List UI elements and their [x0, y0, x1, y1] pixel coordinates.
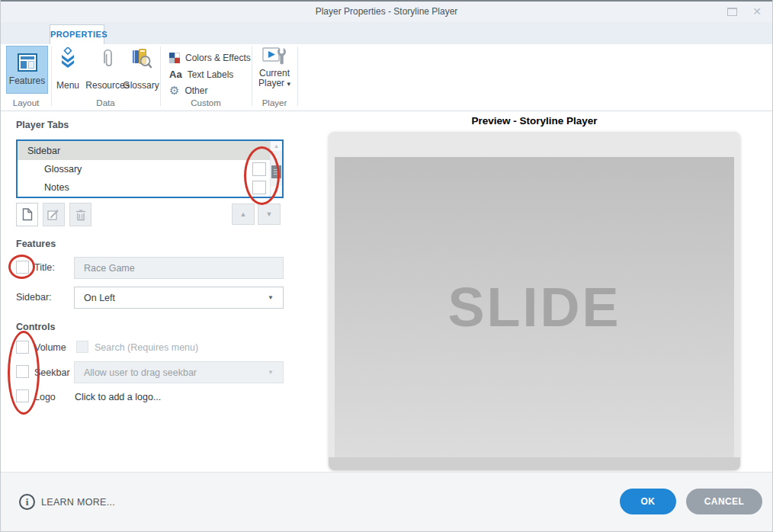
- seekbar-checkbox[interactable]: [16, 365, 29, 378]
- arrow-down-icon: ▼: [266, 210, 273, 218]
- chevron-down-icon: ▼: [268, 369, 274, 376]
- ribbon-tab-row: PROPERTIES: [1, 22, 772, 44]
- add-logo-link[interactable]: Click to add a logo...: [75, 392, 161, 402]
- preview-heading: Preview - Storyline Player: [329, 115, 740, 127]
- group-label-player: Player: [252, 98, 297, 107]
- preview-player-frame: SLIDE: [329, 132, 740, 470]
- player-tabs-heading: Player Tabs: [16, 120, 69, 130]
- titlebar: Player Properties - Storyline Player ✕: [1, 2, 772, 22]
- other-button[interactable]: ⚙ Other: [169, 83, 207, 98]
- row-label: Sidebar: [27, 146, 60, 156]
- delete-tab-button: [69, 203, 91, 226]
- info-icon: i: [19, 494, 35, 510]
- player-tab-row-sidebar[interactable]: Sidebar: [18, 141, 282, 160]
- logo-label: Logo: [34, 392, 56, 402]
- sidebar-dropdown[interactable]: On Left ▼: [74, 287, 284, 309]
- text-labels-icon: Aa: [169, 69, 182, 80]
- text-labels-button[interactable]: Aa Text Labels: [169, 67, 233, 82]
- other-label: Other: [184, 85, 207, 96]
- glossary-books-icon: [131, 47, 152, 69]
- restore-icon[interactable]: [727, 8, 737, 16]
- ribbon: Features Layout Menu Resources: [1, 44, 772, 111]
- scroll-up-icon[interactable]: ▲: [271, 141, 282, 151]
- ok-button[interactable]: OK: [620, 489, 676, 514]
- move-down-button: ▼: [258, 204, 281, 225]
- group-label-custom: Custom: [160, 98, 252, 107]
- search-label: Search (Requires menu): [95, 342, 198, 353]
- text-labels-label: Text Labels: [188, 69, 234, 80]
- title-checkbox[interactable]: [16, 261, 29, 274]
- gear-icon: ⚙: [169, 85, 179, 97]
- trash-icon: [75, 209, 86, 221]
- list-scrollbar[interactable]: ▲ ▼: [270, 141, 282, 197]
- colors-effects-label: Colors & Effects: [185, 53, 251, 63]
- arrow-up-icon: ▲: [240, 210, 247, 218]
- cancel-button[interactable]: CANCEL: [686, 489, 762, 514]
- tab-properties[interactable]: PROPERTIES: [50, 24, 104, 44]
- group-divider: [252, 46, 252, 106]
- seekbar-label: Seekbar: [34, 367, 70, 378]
- current-player-label: Current Player ▾: [254, 69, 295, 89]
- preview-player-bottom-bar: [329, 457, 740, 470]
- footer-bar: i LEARN MORE... OK CANCEL: [1, 472, 772, 531]
- paperclip-icon: [101, 47, 114, 69]
- group-divider: [297, 46, 298, 106]
- learn-more-link[interactable]: LEARN MORE...: [41, 497, 115, 508]
- features-button-label: Features: [9, 75, 45, 86]
- menu-icon: [59, 47, 76, 69]
- new-document-icon: [22, 208, 33, 221]
- move-up-button: ▲: [232, 204, 255, 225]
- features-heading: Features: [16, 239, 56, 249]
- menu-button-label: Menu: [56, 80, 79, 91]
- chevron-down-icon: ▼: [268, 294, 274, 301]
- logo-checkbox[interactable]: [16, 389, 29, 402]
- close-icon[interactable]: ✕: [752, 5, 762, 18]
- sidebar-label: Sidebar:: [16, 292, 52, 303]
- new-tab-button[interactable]: [16, 203, 38, 226]
- player-tab-row-glossary[interactable]: Glossary: [18, 160, 282, 178]
- preview-slide: SLIDE: [335, 157, 734, 457]
- group-divider: [51, 46, 52, 106]
- volume-checkbox[interactable]: [16, 341, 29, 354]
- glossary-button-label: Glossary: [123, 80, 159, 91]
- seekbar-dropdown-value: Allow user to drag seekbar: [84, 367, 197, 378]
- current-player-icon: [262, 46, 287, 67]
- scroll-thumb[interactable]: [271, 165, 281, 178]
- group-label-layout: Layout: [1, 98, 51, 107]
- player-properties-dialog: Player Properties - Storyline Player ✕ P…: [0, 0, 773, 532]
- scroll-down-icon[interactable]: ▼: [271, 186, 282, 196]
- sidebar-dropdown-value: On Left: [84, 293, 115, 303]
- edit-icon: [47, 209, 60, 221]
- features-button[interactable]: Features: [6, 46, 48, 94]
- current-player-button[interactable]: Current Player ▾: [254, 46, 295, 96]
- row-label: Glossary: [44, 164, 82, 175]
- search-checkbox: [76, 341, 88, 353]
- row-label: Notes: [44, 182, 69, 193]
- glossary-checkbox[interactable]: [252, 162, 266, 176]
- menu-button[interactable]: Menu: [53, 46, 83, 91]
- group-label-data: Data: [51, 98, 160, 107]
- title-label: Title:: [34, 262, 55, 273]
- notes-checkbox[interactable]: [252, 181, 266, 194]
- glossary-button[interactable]: Glossary: [120, 46, 162, 91]
- current-player-text: Current Player: [258, 68, 290, 88]
- colors-effects-button[interactable]: Colors & Effects: [169, 50, 251, 66]
- controls-heading: Controls: [16, 322, 55, 332]
- window-top-edge: [1, 0, 772, 2]
- seekbar-dropdown: Allow user to drag seekbar ▼: [74, 361, 284, 383]
- window-title: Player Properties - Storyline Player: [1, 2, 772, 22]
- colors-effects-icon: [169, 53, 180, 63]
- player-tabs-list: Sidebar Glossary Notes ▲ ▼: [16, 139, 284, 198]
- player-tab-row-notes[interactable]: Notes: [18, 178, 282, 197]
- slide-placeholder-text: SLIDE: [447, 276, 621, 338]
- chevron-down-icon: ▾: [287, 80, 290, 88]
- main-panel: Player Tabs Sidebar Glossary Notes ▲ ▼: [1, 111, 772, 473]
- volume-label: Volume: [34, 342, 66, 353]
- edit-tab-button: [43, 203, 65, 226]
- title-input: Race Game: [74, 257, 284, 279]
- layout-features-icon: [18, 53, 37, 72]
